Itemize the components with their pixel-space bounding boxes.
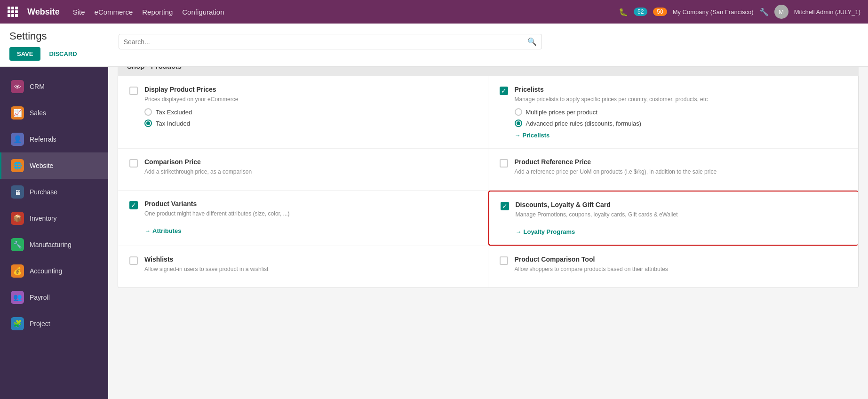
radio-tax-included[interactable]: Tax Included bbox=[144, 120, 477, 127]
navbar-reporting[interactable]: Reporting bbox=[142, 6, 173, 18]
sidebar-label-payroll: Payroll bbox=[30, 294, 50, 297]
sidebar-label-inventory: Inventory bbox=[30, 215, 57, 222]
settings-row-3: ✓ Product Variants One product might hav… bbox=[118, 191, 858, 246]
search-input[interactable] bbox=[124, 38, 527, 46]
sidebar-label-manufacturing: Manufacturing bbox=[30, 241, 72, 248]
setting-content-wishlists: Wishlists Allow signed-in users to save … bbox=[144, 255, 477, 278]
radio-tax-excluded[interactable]: Tax Excluded bbox=[144, 108, 477, 116]
purchase-icon: 🖥 bbox=[11, 185, 24, 199]
settings-row-1: Display Product Prices Prices displayed … bbox=[118, 76, 858, 149]
setting-desc-pricelists: Manage pricelists to apply specific pric… bbox=[515, 95, 847, 104]
sidebar-item-sales[interactable]: 📈 Sales bbox=[0, 100, 108, 126]
setting-discounts-loyalty: ✓ Discounts, Loyalty & Gift Card Manage … bbox=[488, 191, 859, 246]
navbar: Website Site eCommerce Reporting Configu… bbox=[0, 0, 868, 24]
setting-title-display-product-prices: Display Product Prices bbox=[144, 86, 477, 93]
accounting-icon: 💰 bbox=[11, 264, 24, 278]
checkbox-product-reference-price[interactable] bbox=[500, 159, 508, 168]
radio-multiple-prices[interactable]: Multiple prices per product bbox=[515, 108, 847, 116]
wrench-icon[interactable]: 🔧 bbox=[759, 8, 769, 16]
bug-icon[interactable]: 🐛 bbox=[619, 8, 628, 16]
setting-desc-comparison-price: Add a strikethrough price, as a comparis… bbox=[144, 168, 477, 176]
radio-group-pricelists: Multiple prices per product Advanced pri… bbox=[515, 108, 847, 127]
settings-header: Settings SAVE DISCARD 🔍 bbox=[0, 24, 868, 67]
attributes-link[interactable]: Attributes bbox=[144, 227, 181, 234]
setting-desc-discounts-loyalty: Manage Promotions, coupons, loyalty card… bbox=[516, 210, 847, 219]
navbar-right: 🐛 52 50 My Company (San Francisco) 🔧 M M… bbox=[619, 5, 860, 19]
chat-badge[interactable]: 52 bbox=[634, 8, 647, 16]
setting-wishlists: Wishlists Allow signed-in users to save … bbox=[118, 246, 488, 287]
save-button[interactable]: SAVE bbox=[9, 47, 40, 61]
navbar-ecommerce[interactable]: eCommerce bbox=[95, 6, 133, 18]
sidebar-label-crm: CRM bbox=[30, 83, 45, 90]
sidebar-item-website[interactable]: 🌐 Website bbox=[0, 152, 108, 179]
navbar-menu: Site eCommerce Reporting Configuration bbox=[73, 6, 609, 18]
payroll-icon: 👥 bbox=[11, 291, 24, 297]
checkbox-discounts-loyalty[interactable]: ✓ bbox=[501, 202, 509, 210]
sidebar-item-inventory[interactable]: 📦 Inventory bbox=[0, 205, 108, 231]
search-icon[interactable]: 🔍 bbox=[527, 37, 537, 46]
setting-display-product-prices: Display Product Prices Prices displayed … bbox=[118, 76, 488, 148]
settings-title: Settings bbox=[9, 30, 81, 42]
manufacturing-icon: 🔧 bbox=[11, 238, 24, 251]
discard-button[interactable]: DISCARD bbox=[45, 47, 80, 61]
app-brand[interactable]: Website bbox=[27, 7, 60, 17]
setting-title-wishlists: Wishlists bbox=[144, 255, 477, 263]
sidebar-label-referrals: Referrals bbox=[30, 136, 56, 143]
radio-group-price-display: Tax Excluded Tax Included bbox=[144, 108, 477, 127]
setting-desc-product-reference-price: Add a reference price per UoM on product… bbox=[515, 168, 847, 176]
checkbox-pricelists[interactable]: ✓ bbox=[500, 87, 508, 95]
website-icon: 🌐 bbox=[11, 159, 24, 172]
main-content: Shop - Products Display Product Prices P… bbox=[108, 47, 868, 297]
sidebar-item-accounting[interactable]: 💰 Accounting bbox=[0, 258, 108, 284]
setting-content-product-variants: Product Variants One product might have … bbox=[144, 200, 477, 234]
sidebar-label-website: Website bbox=[30, 162, 53, 169]
setting-content-discounts-loyalty: Discounts, Loyalty & Gift Card Manage Pr… bbox=[516, 201, 847, 235]
sidebar-item-purchase[interactable]: 🖥 Purchase bbox=[0, 179, 108, 205]
setting-content-product-reference-price: Product Reference Price Add a reference … bbox=[515, 158, 847, 181]
sidebar: ⚙ General Settings 👁 CRM 📈 Sales 👤 Refer… bbox=[0, 47, 108, 297]
setting-pricelists: ✓ Pricelists Manage pricelists to apply … bbox=[488, 76, 859, 148]
loyalty-programs-link[interactable]: Loyalty Programs bbox=[516, 228, 575, 235]
referrals-icon: 👤 bbox=[11, 133, 24, 146]
checkbox-comparison-price[interactable] bbox=[129, 159, 138, 168]
checkbox-product-variants[interactable]: ✓ bbox=[129, 201, 138, 209]
setting-desc-wishlists: Allow signed-in users to save product in… bbox=[144, 265, 477, 273]
sidebar-item-manufacturing[interactable]: 🔧 Manufacturing bbox=[0, 231, 108, 258]
setting-title-product-reference-price: Product Reference Price bbox=[515, 158, 847, 166]
setting-title-product-comparison-tool: Product Comparison Tool bbox=[515, 255, 847, 263]
avatar[interactable]: M bbox=[774, 5, 788, 19]
settings-row-2: Comparison Price Add a strikethrough pri… bbox=[118, 149, 858, 191]
pricelists-link[interactable]: Pricelists bbox=[515, 132, 550, 139]
checkbox-product-comparison-tool[interactable] bbox=[500, 256, 508, 265]
setting-content-comparison-price: Comparison Price Add a strikethrough pri… bbox=[144, 158, 477, 181]
radio-dot-advanced-price-rules bbox=[515, 120, 522, 127]
navbar-site[interactable]: Site bbox=[73, 6, 85, 18]
inventory-icon: 📦 bbox=[11, 212, 24, 225]
sales-icon: 📈 bbox=[11, 106, 24, 120]
sidebar-item-crm[interactable]: 👁 CRM bbox=[0, 73, 108, 100]
checkbox-display-product-prices[interactable] bbox=[129, 87, 138, 95]
setting-content-pricelists: Pricelists Manage pricelists to apply sp… bbox=[515, 86, 847, 139]
settings-grid: Display Product Prices Prices displayed … bbox=[118, 76, 859, 288]
sidebar-item-payroll[interactable]: 👥 Payroll bbox=[0, 284, 108, 297]
settings-actions: SAVE DISCARD bbox=[9, 47, 81, 66]
app-grid-icon[interactable] bbox=[8, 7, 18, 17]
radio-dot-tax-included bbox=[144, 120, 152, 127]
sidebar-item-referrals[interactable]: 👤 Referrals bbox=[0, 126, 108, 152]
user-name[interactable]: Mitchell Admin (JULY_1) bbox=[794, 8, 860, 16]
setting-title-comparison-price: Comparison Price bbox=[144, 158, 477, 166]
setting-product-comparison-tool: Product Comparison Tool Allow shoppers t… bbox=[488, 246, 859, 287]
activity-badge[interactable]: 50 bbox=[653, 8, 667, 16]
setting-desc-product-variants: One product might have different attribu… bbox=[144, 209, 477, 218]
setting-title-product-variants: Product Variants bbox=[144, 200, 477, 207]
setting-desc-product-comparison-tool: Allow shoppers to compare products based… bbox=[515, 265, 847, 273]
sidebar-label-purchase: Purchase bbox=[30, 188, 57, 196]
checkbox-wishlists[interactable] bbox=[129, 256, 138, 265]
radio-dot-multiple-prices bbox=[515, 108, 522, 116]
navbar-configuration[interactable]: Configuration bbox=[182, 6, 224, 18]
radio-advanced-price-rules[interactable]: Advanced price rules (discounts, formula… bbox=[515, 120, 847, 127]
setting-product-variants: ✓ Product Variants One product might hav… bbox=[118, 191, 488, 246]
setting-title-discounts-loyalty: Discounts, Loyalty & Gift Card bbox=[516, 201, 847, 208]
setting-content-product-comparison-tool: Product Comparison Tool Allow shoppers t… bbox=[515, 255, 847, 278]
setting-title-pricelists: Pricelists bbox=[515, 86, 847, 93]
